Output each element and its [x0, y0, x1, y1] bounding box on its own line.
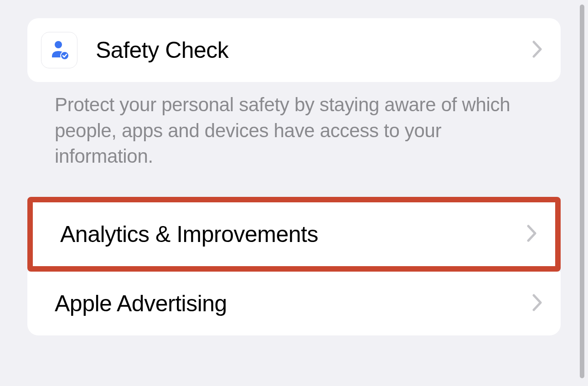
analytics-improvements-label: Analytics & Improvements — [60, 221, 527, 247]
safety-check-icon — [41, 32, 77, 68]
scrollbar[interactable] — [580, 5, 584, 378]
chevron-right-icon — [532, 294, 542, 313]
safety-check-label: Safety Check — [96, 37, 532, 63]
safety-check-section: Safety Check — [27, 18, 561, 82]
safety-check-row[interactable]: Safety Check — [27, 18, 561, 82]
safety-check-footer: Protect your personal safety by staying … — [27, 82, 561, 170]
apple-advertising-row[interactable]: Apple Advertising — [27, 272, 561, 335]
svg-point-0 — [55, 41, 62, 48]
chevron-right-icon — [527, 225, 537, 244]
analytics-improvements-row[interactable]: Analytics & Improvements — [33, 202, 555, 266]
chevron-right-icon — [532, 41, 542, 60]
analytics-highlight: Analytics & Improvements — [27, 197, 561, 272]
apple-advertising-label: Apple Advertising — [55, 290, 532, 317]
